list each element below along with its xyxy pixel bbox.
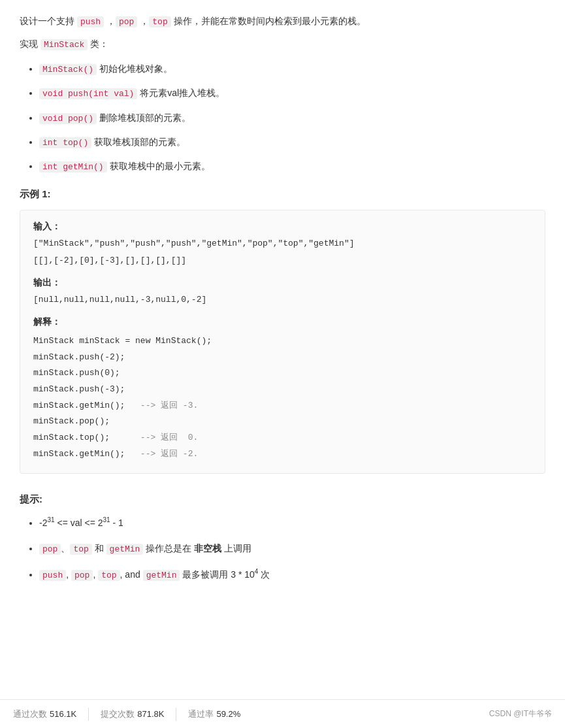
hint-item-2: push, pop, top, and getMin 最多被调用 3 * 104… (39, 567, 545, 584)
footer-brand: CSDN @IT牛爷爷 (489, 708, 552, 720)
hint-code-top: top (70, 544, 91, 555)
implement-title: 实现 MinStack 类： (20, 36, 545, 52)
submit-label: 提交次数 (101, 708, 135, 720)
method-code-1: void push(int val) (39, 88, 137, 99)
op-pop: pop (116, 16, 137, 27)
hints-title: 提示: (20, 493, 545, 506)
explanation-code: MinStack minStack = new MinStack(); minS… (33, 333, 532, 463)
method-item-2: void pop() 删除堆栈顶部的元素。 (39, 110, 545, 126)
hint-code-pop2: pop (71, 570, 93, 581)
explanation-label: 解释： (33, 316, 532, 328)
desc-prefix-1: 设计一个支持 (20, 16, 77, 26)
footer: 通过次数 516.1K 提交次数 871.8K 通过率 59.2% CSDN @… (0, 699, 565, 728)
example-block: 输入： ["MinStack","push","push","push","ge… (20, 210, 545, 474)
footer-stat-rate: 通过率 59.2% (188, 708, 240, 720)
description-line1: 设计一个支持 push ，pop ，top 操作，并能在常数时间内检索到最小元素… (20, 13, 545, 29)
rate-value: 59.2% (216, 709, 240, 719)
methods-list: MinStack() 初始化堆栈对象。 void push(int val) 将… (20, 61, 545, 175)
method-desc-2: 删除堆栈顶部的元素。 (97, 112, 191, 123)
rate-label: 通过率 (188, 708, 214, 720)
hint-bold: 非空栈 (194, 543, 221, 554)
footer-stat-pass: 通过次数 516.1K (13, 708, 76, 720)
input-line1: ["MinStack","push","push","push","getMin… (33, 237, 532, 251)
hint-text-2: push, pop, top, and getMin 最多被调用 3 * 104… (39, 569, 270, 580)
hint-item-1: pop、top 和 getMin 操作总是在 非空栈 上调用 (39, 540, 545, 557)
hints-list: -231 <= val <= 231 - 1 pop、top 和 getMin … (20, 515, 545, 584)
main-content: 设计一个支持 push ，pop ，top 操作，并能在常数时间内检索到最小元素… (0, 0, 565, 632)
method-item-0: MinStack() 初始化堆栈对象。 (39, 61, 545, 77)
output-label: 输出： (33, 277, 532, 289)
desc-comma-2: ， (137, 16, 149, 26)
hint-code-pop: pop (39, 544, 61, 555)
input-line2: [[],[-2],[0],[-3],[],[],[],[]] (33, 254, 532, 268)
footer-divider-1 (88, 708, 89, 721)
input-label: 输入： (33, 221, 532, 233)
hint-section: 提示: -231 <= val <= 231 - 1 pop、top 和 get… (20, 493, 545, 584)
desc-comma-1: ， (104, 16, 116, 26)
method-code-4: int getMin() (39, 161, 107, 173)
method-item-3: int top() 获取堆栈顶部的元素。 (39, 134, 545, 150)
footer-stat-submit: 提交次数 871.8K (101, 708, 164, 720)
footer-divider-2 (176, 708, 176, 721)
hint-item-0: -231 <= val <= 231 - 1 (39, 515, 545, 532)
method-code-2: void pop() (39, 113, 97, 124)
hint-text-1: pop、top 和 getMin 操作总是在 非空栈 上调用 (39, 543, 251, 554)
example-title: 示例 1: (20, 188, 545, 201)
pass-label: 通过次数 (13, 708, 47, 720)
desc-suffix-1: 操作，并能在常数时间内检索到最小元素的栈。 (171, 16, 366, 26)
hint-text-0: -231 <= val <= 231 - 1 (39, 518, 123, 528)
impl-prefix: 实现 (20, 39, 40, 49)
method-desc-0: 初始化堆栈对象。 (97, 63, 172, 74)
method-desc-4: 获取堆栈中的最小元素。 (107, 161, 210, 171)
output-value: [null,null,null,null,-3,null,0,-2] (33, 293, 532, 307)
method-code-3: int top() (39, 137, 91, 148)
method-code-0: MinStack() (39, 64, 97, 75)
hint-code-push2: push (39, 570, 66, 581)
op-push: push (77, 16, 104, 27)
method-item-1: void push(int val) 将元素val推入堆栈。 (39, 85, 545, 101)
hint-code-getmin: getMin (106, 544, 144, 555)
hint-code-top2: top (98, 570, 120, 581)
method-desc-1: 将元素val推入堆栈。 (137, 88, 225, 98)
method-desc-3: 获取堆栈顶部的元素。 (91, 137, 186, 147)
impl-class: MinStack (40, 39, 88, 50)
op-top: top (149, 16, 170, 27)
pass-value: 516.1K (50, 709, 76, 719)
impl-suffix: 类： (88, 39, 108, 49)
submit-value: 871.8K (137, 709, 164, 719)
method-item-4: int getMin() 获取堆栈中的最小元素。 (39, 158, 545, 174)
hint-code-getmin2: getMin (143, 570, 180, 581)
